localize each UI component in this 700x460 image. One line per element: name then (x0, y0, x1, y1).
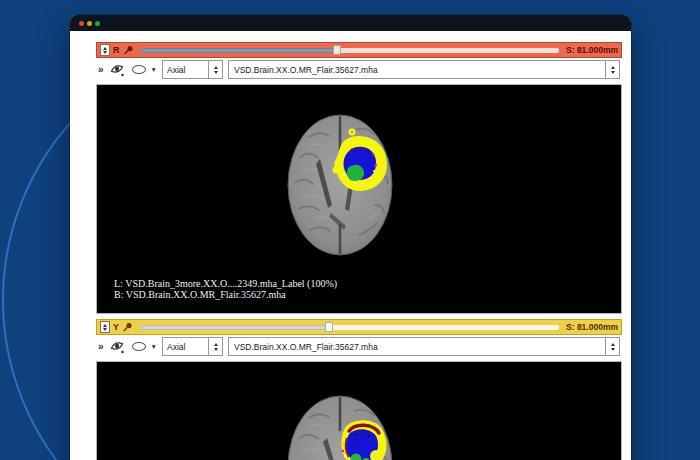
axis-label: R (113, 45, 120, 55)
expand-icon[interactable]: » (98, 65, 104, 75)
image-spinner[interactable] (605, 338, 619, 355)
slider-fill (141, 48, 338, 53)
viewport-axial-red[interactable]: L: VSD.Brain_3more.XX.O....2349.mha_Labe… (96, 84, 622, 314)
expand-icon[interactable]: » (98, 342, 104, 352)
ellipse-icon[interactable] (132, 65, 146, 74)
pin-icon[interactable] (123, 45, 134, 56)
close-button[interactable] (79, 21, 84, 26)
viewer-toolbar-red: » ▼ Axial VSD.Brain.XX.O.MR_Flair.35627.… (96, 58, 622, 81)
slice-step-button[interactable] (100, 44, 110, 56)
orientation-value: Axial (163, 342, 208, 352)
image-spinner[interactable] (605, 61, 619, 78)
slice-navigator-red: R S: 81.000mm (96, 42, 622, 58)
dropdown-caret-icon[interactable]: ▼ (151, 66, 157, 73)
orientation-value: Axial (163, 65, 208, 75)
orientation-select[interactable]: Axial (162, 60, 223, 79)
overlay-base-line: B: VSD.Brain.XX.O.MR_Flair.35627.mha (114, 289, 337, 300)
image-filename: VSD.Brain.XX.O.MR_Flair.35627.mha (229, 65, 605, 75)
viewport-overlay-text: L: VSD.Brain_3more.XX.O....2349.mha_Labe… (114, 278, 337, 300)
eye-icon[interactable] (109, 62, 127, 77)
brain-mri-slice (287, 394, 393, 460)
brain-mri-slice (287, 113, 393, 257)
slider-handle[interactable] (333, 45, 341, 55)
slider-handle[interactable] (325, 322, 333, 332)
viewport-axial-yellow[interactable] (96, 361, 622, 460)
dropdown-caret-icon[interactable]: ▼ (151, 343, 157, 350)
slider-fill (140, 325, 329, 330)
app-window: R S: 81.000mm » ▼ Axia (70, 15, 631, 460)
ellipse-icon[interactable] (132, 342, 146, 351)
slice-navigator-yellow: Y S: 81.000mm (96, 319, 622, 335)
overlay-label-line: L: VSD.Brain_3more.XX.O....2349.mha_Labe… (114, 278, 337, 289)
pin-icon[interactable] (122, 322, 133, 333)
slice-position-label: S: 81.000mm (566, 322, 618, 332)
image-selector[interactable]: VSD.Brain.XX.O.MR_Flair.35627.mha (228, 337, 620, 356)
window-titlebar[interactable] (70, 15, 631, 31)
viewer-toolbar-yellow: » ▼ Axial VSD.Brain.XX.O.MR_Flair.35627.… (96, 335, 622, 358)
eye-icon[interactable] (109, 339, 127, 354)
orientation-select[interactable]: Axial (162, 337, 223, 356)
segmentation-overlay (341, 420, 386, 460)
slice-position-label: S: 81.000mm (566, 45, 618, 55)
image-selector[interactable]: VSD.Brain.XX.O.MR_Flair.35627.mha (228, 60, 620, 79)
image-filename: VSD.Brain.XX.O.MR_Flair.35627.mha (229, 342, 605, 352)
zoom-button[interactable] (95, 21, 100, 26)
orientation-spinner[interactable] (208, 61, 222, 78)
axis-label: Y (113, 322, 119, 332)
orientation-spinner[interactable] (208, 338, 222, 355)
slice-step-button[interactable] (100, 321, 110, 333)
minimize-button[interactable] (87, 21, 92, 26)
slice-slider[interactable] (141, 48, 560, 53)
window-body: R S: 81.000mm » ▼ Axia (96, 42, 622, 460)
slice-slider[interactable] (140, 325, 559, 330)
